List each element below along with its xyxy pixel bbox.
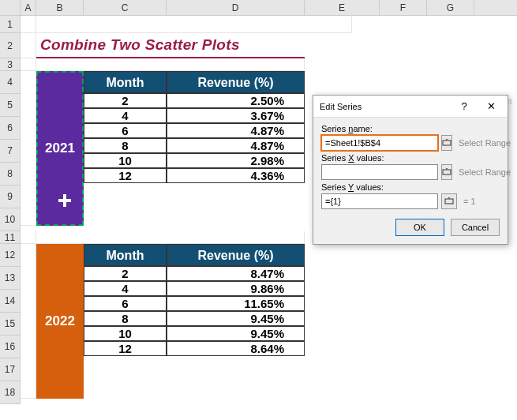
table-cell[interactable]: 9.45% [167, 326, 305, 341]
series-y-input[interactable] [321, 193, 438, 209]
row-header-10[interactable]: 10 [0, 208, 21, 231]
collapse-dialog-icon [442, 167, 451, 177]
row-header-7[interactable]: 7 [0, 140, 21, 163]
table-cell[interactable]: 2.50% [167, 93, 305, 108]
table-cell[interactable]: 9.45% [167, 311, 305, 326]
range-picker-button[interactable] [441, 193, 457, 209]
table-header-revenue[interactable]: Revenue (%) [167, 71, 305, 93]
series-name-hint: Select Range [459, 138, 511, 148]
svg-rect-0 [443, 141, 451, 145]
row-header-4[interactable]: 4 [0, 71, 21, 94]
table-header-revenue[interactable]: Revenue (%) [167, 244, 305, 266]
table-cell[interactable]: 3.67% [167, 108, 305, 123]
table-cell[interactable]: 8.47% [167, 266, 305, 281]
cell[interactable] [21, 33, 36, 58]
col-header-C[interactable]: C [84, 0, 167, 15]
dialog-titlebar[interactable]: Edit Series ? ✕ [313, 96, 508, 118]
row-header-1[interactable]: 1 [0, 16, 21, 33]
dialog-title: Edit Series [320, 102, 362, 111]
year-cell-2021[interactable]: 2021 [36, 71, 84, 226]
ok-button[interactable]: OK [395, 219, 444, 236]
table-cell[interactable]: 4.87% [167, 138, 305, 153]
range-picker-button[interactable] [441, 164, 452, 180]
cell[interactable] [21, 231, 36, 244]
table-cell[interactable]: 4 [84, 108, 167, 123]
row-header-2[interactable]: 2 [0, 33, 21, 58]
help-button[interactable]: ? [451, 97, 478, 116]
series-y-hint: = 1 [463, 197, 476, 206]
series-name-label: Series name: [321, 124, 500, 133]
col-header-A[interactable]: A [21, 0, 36, 15]
table-header-month[interactable]: Month [84, 71, 167, 93]
series-x-input[interactable] [321, 164, 438, 180]
cross-cursor-icon [58, 194, 71, 207]
row-header-13[interactable]: 13 [0, 267, 21, 290]
edit-series-dialog: Edit Series ? ✕ Series name: Select Rang… [313, 95, 508, 245]
row-header-16[interactable]: 16 [0, 336, 21, 358]
row-header-9[interactable]: 9 [0, 186, 21, 208]
select-all-corner[interactable] [0, 0, 21, 15]
col-header-F[interactable]: F [380, 0, 427, 15]
cell[interactable] [36, 231, 305, 244]
table-cell[interactable]: 9.86% [167, 281, 305, 296]
col-header-B[interactable]: B [36, 0, 84, 15]
col-header-E[interactable]: E [305, 0, 380, 15]
cell[interactable] [36, 16, 352, 33]
cell[interactable] [21, 16, 36, 33]
table-cell[interactable]: 4 [84, 281, 167, 296]
page-title[interactable]: Combine Two Scatter Plots [36, 33, 305, 58]
series-y-label: Series Y values: [321, 182, 500, 192]
series-x-hint: Select Range [459, 167, 511, 177]
collapse-dialog-icon [444, 197, 454, 206]
table-cell[interactable]: 2.98% [167, 153, 305, 168]
series-x-label: Series X values: [321, 153, 500, 163]
collapse-dialog-icon [442, 138, 451, 148]
table-cell[interactable]: 10 [84, 326, 167, 341]
table-cell[interactable]: 10 [84, 153, 167, 168]
row-header-12[interactable]: 12 [0, 244, 21, 267]
table-cell[interactable]: 4.36% [167, 168, 305, 183]
column-headers: A B C D E F G [0, 0, 517, 16]
row-header-3[interactable]: 3 [0, 58, 21, 71]
range-picker-button[interactable] [441, 135, 452, 151]
table-cell[interactable]: 11.65% [167, 296, 305, 311]
row-header-18[interactable]: 18 [0, 381, 21, 404]
svg-rect-2 [445, 199, 453, 204]
cell[interactable] [21, 58, 36, 71]
cell[interactable] [36, 58, 305, 71]
table-cell[interactable]: 8.64% [167, 341, 305, 356]
row-header-17[interactable]: 17 [0, 358, 21, 381]
spreadsheet: A B C D E F G 1 2 Combine Two Scatter Pl… [0, 0, 517, 420]
row-header-6[interactable]: 6 [0, 117, 21, 140]
table-cell[interactable]: 12 [84, 341, 167, 356]
series-name-input[interactable] [321, 135, 438, 151]
close-button[interactable]: ✕ [478, 97, 504, 116]
row-header-14[interactable]: 14 [0, 290, 21, 313]
cancel-button[interactable]: Cancel [451, 219, 500, 236]
table-cell[interactable]: 2 [84, 266, 167, 281]
row-header-8[interactable]: 8 [0, 163, 21, 186]
table-cell[interactable]: 6 [84, 123, 167, 138]
cell[interactable] [21, 244, 36, 399]
table-header-month[interactable]: Month [84, 244, 167, 266]
cell[interactable] [21, 71, 36, 226]
table-cell[interactable]: 2 [84, 93, 167, 108]
table-cell[interactable]: 8 [84, 311, 167, 326]
col-header-D[interactable]: D [167, 0, 305, 15]
year-cell-2022[interactable]: 2022 [36, 244, 84, 399]
table-cell[interactable]: 6 [84, 296, 167, 311]
table-cell[interactable]: 8 [84, 138, 167, 153]
table-cell[interactable]: 12 [84, 168, 167, 183]
year-label: 2022 [45, 313, 75, 329]
row-header-15[interactable]: 15 [0, 313, 21, 336]
svg-rect-1 [443, 170, 451, 174]
row-header-11[interactable]: 11 [0, 231, 21, 244]
year-label: 2021 [45, 141, 75, 156]
row-header-5[interactable]: 5 [0, 94, 21, 117]
table-cell[interactable]: 4.87% [167, 123, 305, 138]
col-header-G[interactable]: G [427, 0, 474, 15]
